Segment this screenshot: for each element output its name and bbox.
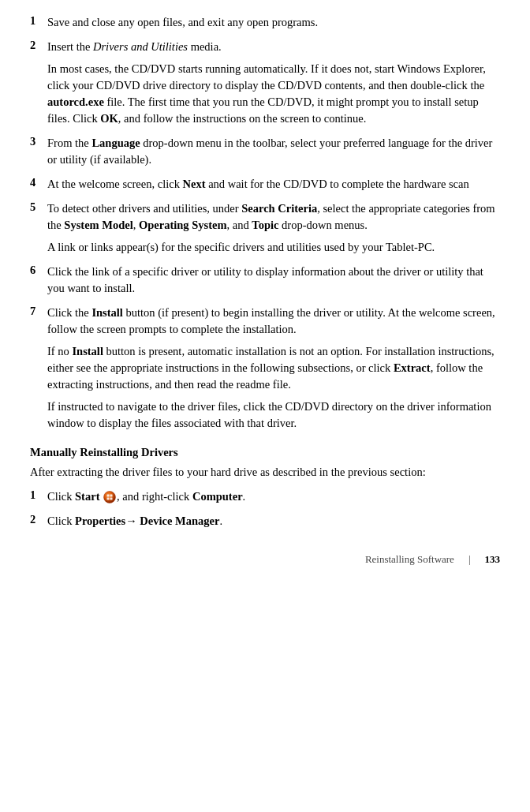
footer-page-number: 133 [485, 553, 501, 566]
item-number-4: 4 [30, 176, 47, 189]
item-7-para-3: If instructed to navigate to the driver … [47, 399, 500, 432]
sub-list-item-2: 2 Click Properties→ Device Manager. [30, 513, 500, 529]
section-heading: Manually Reinstalling Drivers [30, 446, 500, 459]
item-5-para-2: A link or links appear(s) for the specif… [47, 239, 500, 256]
sub-item-2-text: Click Properties→ Device Manager. [47, 513, 500, 529]
item-number-2: 2 [30, 39, 47, 52]
section-intro: After extracting the driver files to you… [30, 464, 500, 481]
item-number-3: 3 [30, 135, 47, 148]
item-7-para-1: Click the Install button (if present) to… [47, 305, 500, 338]
sub-item-1-text: Click Start [47, 488, 500, 505]
item-2-para-1: Insert the Drivers and Utilities media. [47, 39, 500, 55]
list-item-6: 6 Click the link of a specific driver or… [30, 264, 500, 297]
footer-divider: | [468, 553, 471, 566]
item-content-2: Insert the Drivers and Utilities media. … [47, 39, 500, 127]
item-7-para-2: If no Install button is present, automat… [47, 343, 500, 393]
item-4-para-1: At the welcome screen, click Next and wa… [47, 176, 500, 193]
sub-item-content-2: Click Properties→ Device Manager. [47, 513, 500, 529]
item-1-para-1: Save and close any open files, and exit … [47, 14, 500, 31]
svg-rect-1 [107, 495, 110, 497]
item-3-para-1: From the Language drop-down menu in the … [47, 135, 500, 168]
sub-item-number-1: 1 [30, 488, 47, 502]
item-content-6: Click the link of a specific driver or u… [47, 264, 500, 297]
item-content-7: Click the Install button (if present) to… [47, 305, 500, 432]
sub-item-number-2: 2 [30, 513, 47, 526]
sub-list: 1 Click Start [30, 488, 500, 529]
svg-point-0 [104, 492, 116, 503]
item-content-4: At the welcome screen, click Next and wa… [47, 176, 500, 193]
item-2-para-2: In most cases, the CD/DVD starts running… [47, 61, 500, 127]
list-item-5: 5 To detect other drivers and utilities,… [30, 200, 500, 256]
list-item-4: 4 At the welcome screen, click Next and … [30, 176, 500, 193]
main-list: 1 Save and close any open files, and exi… [30, 14, 500, 432]
footer-label: Reinstalling Software [365, 553, 454, 566]
item-number-7: 7 [30, 305, 47, 318]
start-icon [103, 491, 116, 503]
list-item-3: 3 From the Language drop-down menu in th… [30, 135, 500, 168]
sub-item-content-1: Click Start [47, 488, 500, 505]
item-number-5: 5 [30, 200, 47, 214]
item-number-1: 1 [30, 14, 47, 28]
list-item-2: 2 Insert the Drivers and Utilities media… [30, 39, 500, 127]
svg-rect-3 [107, 498, 110, 500]
list-item-7: 7 Click the Install button (if present) … [30, 305, 500, 432]
item-content-1: Save and close any open files, and exit … [47, 14, 500, 31]
svg-rect-2 [110, 495, 113, 497]
sub-list-item-1: 1 Click Start [30, 488, 500, 505]
item-5-para-1: To detect other drivers and utilities, u… [47, 200, 500, 234]
item-6-para-1: Click the link of a specific driver or u… [47, 264, 500, 297]
svg-rect-4 [110, 498, 113, 500]
list-item-1: 1 Save and close any open files, and exi… [30, 14, 500, 31]
page-footer: Reinstalling Software | 133 [30, 553, 500, 566]
item-content-5: To detect other drivers and utilities, u… [47, 200, 500, 256]
item-number-6: 6 [30, 264, 47, 277]
item-content-3: From the Language drop-down menu in the … [47, 135, 500, 168]
